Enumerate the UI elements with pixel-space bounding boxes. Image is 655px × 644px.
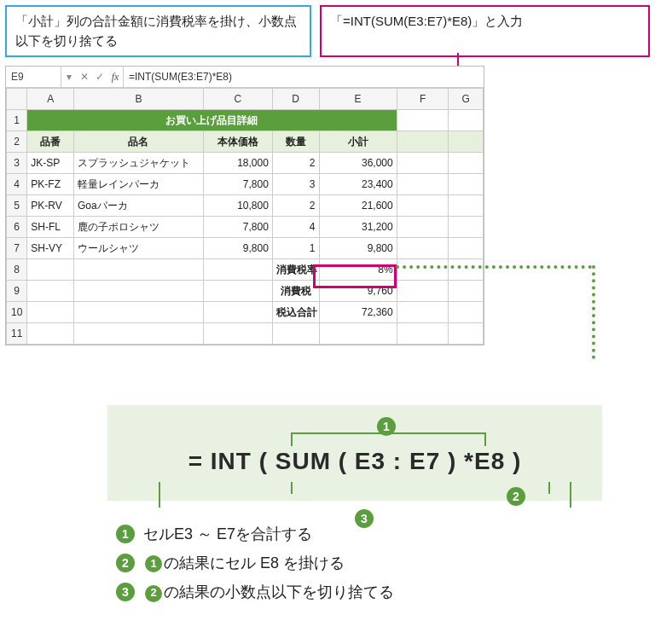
label-cell[interactable]: 消費税率 [272, 259, 319, 281]
col-header[interactable]: B [73, 89, 203, 110]
cell[interactable]: 23,400 [319, 174, 397, 195]
cell[interactable]: SH-FL [27, 217, 74, 238]
legend: 1 セルE3 ～ E7を合計する 2 1の結果にセル E8 を掛ける 3 2の結… [116, 519, 650, 607]
legend-item-1: 1 セルE3 ～ E7を合計する [116, 519, 650, 548]
header-cell[interactable]: 品名 [73, 131, 203, 153]
row-header[interactable]: 6 [7, 217, 27, 238]
cell[interactable]: 9,800 [319, 238, 397, 259]
label-cell[interactable]: 消費税 [272, 281, 319, 302]
cell[interactable]: 7,800 [203, 217, 272, 238]
col-header[interactable]: A [27, 89, 74, 110]
row-header[interactable]: 8 [7, 259, 27, 281]
cell[interactable]: 9,800 [203, 238, 272, 259]
label-cell[interactable]: 税込合計 [272, 302, 319, 323]
callout-description: 「小計」列の合計金額に消費税率を掛け、小数点以下を切り捨てる [5, 5, 311, 57]
legend-marker-1: 1 [116, 525, 135, 543]
namebox-dropdown-icon[interactable]: ▾ [61, 67, 77, 87]
legend-text-3: 2の結果の小数点以下を切り捨てる [143, 577, 394, 606]
formula-breakdown: = INT ( SUM ( E3 : E7 ) *E8 ) 1 2 3 [107, 405, 602, 501]
legend-marker-2: 2 [116, 554, 135, 572]
cell[interactable]: PK-RV [27, 195, 74, 217]
cell[interactable]: 31,200 [319, 217, 397, 238]
col-header[interactable]: C [203, 89, 272, 110]
cancel-icon[interactable]: ✕ [77, 67, 92, 87]
cell[interactable]: 鹿の子ポロシャツ [73, 217, 203, 238]
table-row: 6 SH-FL 鹿の子ポロシャツ 7,800 4 31,200 [7, 217, 484, 238]
cell[interactable]: 18,000 [203, 153, 272, 174]
inline-ref-2: 2 [145, 585, 162, 602]
header-cell[interactable]: 品番 [27, 131, 74, 153]
cell[interactable]: 21,600 [319, 195, 397, 217]
table-row: 4 PK-FZ 軽量レインパーカ 7,800 3 23,400 [7, 174, 484, 195]
cell[interactable]: Goaパーカ [73, 195, 203, 217]
cells-grid[interactable]: A B C D E F G 1 お買い上げ品目詳細 2 品番 品名 本体価格 数… [6, 88, 484, 345]
legend-item-3: 3 2の結果の小数点以下を切り捨てる [116, 577, 650, 606]
formula-display: = INT ( SUM ( E3 : E7 ) *E8 ) [116, 448, 594, 475]
formula-input[interactable]: =INT(SUM(E3:E7)*E8) [124, 71, 484, 83]
callout-formula-entry: 「=INT(SUM(E3:E7)*E8)」と入力 [320, 5, 650, 57]
marker-3: 3 [355, 509, 374, 528]
cell[interactable]: 3 [272, 174, 319, 195]
cell[interactable]: スプラッシュジャケット [73, 153, 203, 174]
cell[interactable]: 7,800 [203, 174, 272, 195]
table-title[interactable]: お買い上げ品目詳細 [27, 110, 397, 131]
row-header[interactable]: 11 [7, 323, 27, 345]
marker-1: 1 [377, 417, 396, 436]
cell[interactable]: 4 [272, 217, 319, 238]
formula-bar: E9 ▾ ✕ ✓ fx =INT(SUM(E3:E7)*E8) [6, 67, 484, 88]
cell[interactable]: 2 [272, 195, 319, 217]
row-header[interactable]: 4 [7, 174, 27, 195]
col-header[interactable]: D [272, 89, 319, 110]
table-row: 5 PK-RV Goaパーカ 10,800 2 21,600 [7, 195, 484, 217]
col-header[interactable]: F [397, 89, 449, 110]
header-cell[interactable]: 本体価格 [203, 131, 272, 153]
dotted-connector-h [396, 265, 592, 269]
row-header[interactable]: 3 [7, 153, 27, 174]
table-row: 3 JK-SP スプラッシュジャケット 18,000 2 36,000 [7, 153, 484, 174]
cell[interactable]: 8% [319, 259, 397, 281]
fx-icon[interactable]: fx [107, 67, 124, 87]
legend-marker-3: 3 [116, 583, 135, 601]
col-header[interactable]: G [449, 89, 484, 110]
cell[interactable]: 2 [272, 153, 319, 174]
select-all-cell[interactable] [7, 89, 27, 110]
cell[interactable]: SH-VY [27, 238, 74, 259]
header-cell[interactable]: 小計 [319, 131, 397, 153]
row-header[interactable]: 10 [7, 302, 27, 323]
cell[interactable]: 72,360 [319, 302, 397, 323]
cell[interactable]: 1 [272, 238, 319, 259]
cell[interactable]: 36,000 [319, 153, 397, 174]
legend-item-2: 2 1の結果にセル E8 を掛ける [116, 548, 650, 577]
bracket-3 [159, 482, 571, 508]
legend-text-1: セルE3 ～ E7を合計する [143, 519, 312, 548]
name-box[interactable]: E9 [6, 67, 61, 87]
inline-ref-1: 1 [145, 555, 162, 572]
cell[interactable]: 軽量レインパーカ [73, 174, 203, 195]
cell[interactable]: 10,800 [203, 195, 272, 217]
cell-e9[interactable]: 9,760 [319, 281, 397, 302]
legend-text-2: 1の結果にセル E8 を掛ける [143, 548, 345, 577]
col-header[interactable]: E [319, 89, 397, 110]
row-header[interactable]: 5 [7, 195, 27, 217]
cell[interactable]: ウールシャツ [73, 238, 203, 259]
cell[interactable]: PK-FZ [27, 174, 74, 195]
cell[interactable]: JK-SP [27, 153, 74, 174]
row-header[interactable]: 2 [7, 131, 27, 153]
spreadsheet: E9 ▾ ✕ ✓ fx =INT(SUM(E3:E7)*E8) A B C D … [5, 66, 484, 345]
header-cell[interactable]: 数量 [272, 131, 319, 153]
confirm-icon[interactable]: ✓ [92, 67, 107, 87]
dotted-connector-v [592, 265, 595, 359]
column-headers: A B C D E F G [7, 89, 484, 110]
row-header[interactable]: 7 [7, 238, 27, 259]
row-header[interactable]: 1 [7, 110, 27, 131]
table-row: 7 SH-VY ウールシャツ 9,800 1 9,800 [7, 238, 484, 259]
row-header[interactable]: 9 [7, 281, 27, 302]
